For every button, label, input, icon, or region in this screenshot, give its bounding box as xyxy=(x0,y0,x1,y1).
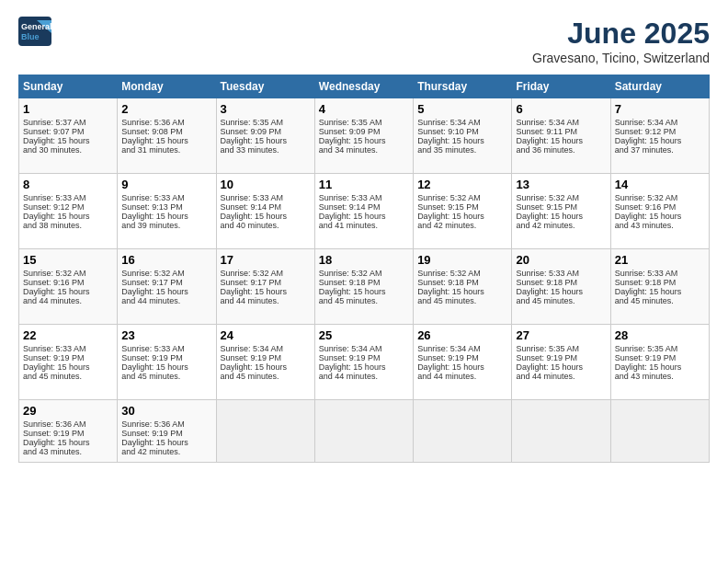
day-number: 12 xyxy=(417,178,507,191)
cell-line: Daylight: 15 hours xyxy=(121,212,211,221)
cell-line: and 40 minutes. xyxy=(221,221,311,230)
calendar-cell: 20Sunrise: 5:33 AMSunset: 9:18 PMDayligh… xyxy=(512,249,610,325)
day-number: 3 xyxy=(221,102,311,116)
cell-line: Sunset: 9:18 PM xyxy=(516,278,606,287)
cell-line: Sunrise: 5:33 AM xyxy=(516,269,606,278)
cell-line: and 44 minutes. xyxy=(221,296,311,305)
day-number: 7 xyxy=(615,102,705,116)
cell-line: Daylight: 15 hours xyxy=(221,136,311,145)
calendar-cell: 17Sunrise: 5:32 AMSunset: 9:17 PMDayligh… xyxy=(216,249,314,325)
cell-line: and 45 minutes. xyxy=(221,372,311,381)
cell-line: and 43 minutes. xyxy=(23,447,113,456)
calendar-cell: 4Sunrise: 5:35 AMSunset: 9:09 PMDaylight… xyxy=(314,98,413,174)
cell-line: Sunset: 9:19 PM xyxy=(121,353,211,362)
cell-line: Sunset: 9:18 PM xyxy=(319,278,409,287)
calendar-cell: 27Sunrise: 5:35 AMSunset: 9:19 PMDayligh… xyxy=(512,325,610,400)
calendar-cell: 10Sunrise: 5:33 AMSunset: 9:14 PMDayligh… xyxy=(216,174,314,249)
cell-line: and 42 minutes. xyxy=(516,221,606,230)
day-number: 24 xyxy=(221,328,311,342)
calendar-cell: 11Sunrise: 5:33 AMSunset: 9:14 PMDayligh… xyxy=(314,174,413,249)
cell-line: and 45 minutes. xyxy=(319,296,409,305)
day-number: 8 xyxy=(23,178,113,191)
cell-line: Sunset: 9:09 PM xyxy=(319,127,409,136)
calendar-cell: 1Sunrise: 5:37 AMSunset: 9:07 PMDaylight… xyxy=(19,98,118,174)
calendar-cell: 21Sunrise: 5:33 AMSunset: 9:18 PMDayligh… xyxy=(610,249,709,325)
cell-line: and 41 minutes. xyxy=(319,221,409,230)
day-number: 5 xyxy=(417,102,507,116)
cell-line: Sunset: 9:19 PM xyxy=(121,429,211,438)
cell-line: Sunrise: 5:34 AM xyxy=(319,344,409,353)
calendar-cell: 23Sunrise: 5:33 AMSunset: 9:19 PMDayligh… xyxy=(118,325,216,400)
cell-line: and 33 minutes. xyxy=(221,145,311,155)
cell-line: Sunset: 9:15 PM xyxy=(516,202,606,212)
cell-line: Sunset: 9:16 PM xyxy=(615,202,705,212)
cell-line: and 45 minutes. xyxy=(516,296,606,305)
cell-line: Sunrise: 5:32 AM xyxy=(319,269,409,278)
cell-line: Sunrise: 5:33 AM xyxy=(615,269,705,278)
calendar-cell: 2Sunrise: 5:36 AMSunset: 9:08 PMDaylight… xyxy=(118,98,216,174)
calendar-cell: 29Sunrise: 5:36 AMSunset: 9:19 PMDayligh… xyxy=(19,400,118,463)
calendar-cell: 12Sunrise: 5:32 AMSunset: 9:15 PMDayligh… xyxy=(414,174,512,249)
cell-line: Daylight: 15 hours xyxy=(221,362,311,372)
cell-line: Sunset: 9:18 PM xyxy=(615,278,705,287)
cell-line: Daylight: 15 hours xyxy=(516,212,606,221)
calendar-cell: 8Sunrise: 5:33 AMSunset: 9:12 PMDaylight… xyxy=(19,174,118,249)
cell-line: and 35 minutes. xyxy=(417,145,507,155)
calendar-cell: 22Sunrise: 5:33 AMSunset: 9:19 PMDayligh… xyxy=(19,325,118,400)
cell-line: Daylight: 15 hours xyxy=(121,438,211,447)
weekday-header-monday: Monday xyxy=(118,75,216,98)
day-number: 18 xyxy=(319,253,409,267)
cell-line: and 42 minutes. xyxy=(121,447,211,456)
cell-line: Daylight: 15 hours xyxy=(417,287,507,296)
cell-line: Daylight: 15 hours xyxy=(319,362,409,372)
calendar-cell: 7Sunrise: 5:34 AMSunset: 9:12 PMDaylight… xyxy=(610,98,709,174)
cell-line: Sunset: 9:19 PM xyxy=(615,353,705,362)
logo-icon: General Blue xyxy=(18,17,51,46)
cell-line: Sunset: 9:19 PM xyxy=(221,353,311,362)
cell-line: Sunset: 9:08 PM xyxy=(121,127,211,136)
cell-line: and 44 minutes. xyxy=(121,296,211,305)
day-number: 15 xyxy=(23,253,113,267)
calendar-header: General Blue June 2025 Gravesano, Ticino… xyxy=(18,17,710,65)
day-number: 1 xyxy=(23,102,113,116)
weekday-header-row: SundayMondayTuesdayWednesdayThursdayFrid… xyxy=(19,75,710,98)
cell-line: and 45 minutes. xyxy=(417,296,507,305)
day-number: 29 xyxy=(23,404,113,418)
cell-line: Sunrise: 5:37 AM xyxy=(23,118,113,127)
calendar-cell: 13Sunrise: 5:32 AMSunset: 9:15 PMDayligh… xyxy=(512,174,610,249)
cell-line: and 39 minutes. xyxy=(121,221,211,230)
cell-line: Sunset: 9:12 PM xyxy=(23,202,113,212)
day-number: 16 xyxy=(121,253,211,267)
cell-line: Sunrise: 5:36 AM xyxy=(121,118,211,127)
cell-line: and 45 minutes. xyxy=(23,372,113,381)
cell-line: and 38 minutes. xyxy=(23,221,113,230)
cell-line: and 42 minutes. xyxy=(417,221,507,230)
cell-line: and 37 minutes. xyxy=(615,145,705,155)
cell-line: Daylight: 15 hours xyxy=(23,136,113,145)
cell-line: Sunset: 9:19 PM xyxy=(23,353,113,362)
calendar-week-row: 1Sunrise: 5:37 AMSunset: 9:07 PMDaylight… xyxy=(19,98,710,174)
cell-line: Sunrise: 5:34 AM xyxy=(221,344,311,353)
cell-line: Sunset: 9:14 PM xyxy=(319,202,409,212)
cell-line: Sunrise: 5:32 AM xyxy=(23,269,113,278)
day-number: 19 xyxy=(417,253,507,267)
cell-line: Daylight: 15 hours xyxy=(221,287,311,296)
weekday-header-sunday: Sunday xyxy=(19,75,118,98)
day-number: 6 xyxy=(516,102,606,116)
weekday-header-wednesday: Wednesday xyxy=(314,75,413,98)
calendar-subtitle: Gravesano, Ticino, Switzerland xyxy=(532,51,710,65)
day-number: 26 xyxy=(417,328,507,342)
cell-line: Sunset: 9:14 PM xyxy=(221,202,311,212)
cell-line: Daylight: 15 hours xyxy=(319,287,409,296)
cell-line: Daylight: 15 hours xyxy=(319,136,409,145)
cell-line: and 44 minutes. xyxy=(516,372,606,381)
cell-line: Daylight: 15 hours xyxy=(23,362,113,372)
cell-line: Daylight: 15 hours xyxy=(121,136,211,145)
cell-line: Sunrise: 5:33 AM xyxy=(221,193,311,202)
day-number: 13 xyxy=(516,178,606,191)
calendar-cell xyxy=(512,400,610,463)
cell-line: Sunrise: 5:33 AM xyxy=(121,193,211,202)
cell-line: Daylight: 15 hours xyxy=(417,212,507,221)
day-number: 27 xyxy=(516,328,606,342)
cell-line: Sunset: 9:11 PM xyxy=(516,127,606,136)
